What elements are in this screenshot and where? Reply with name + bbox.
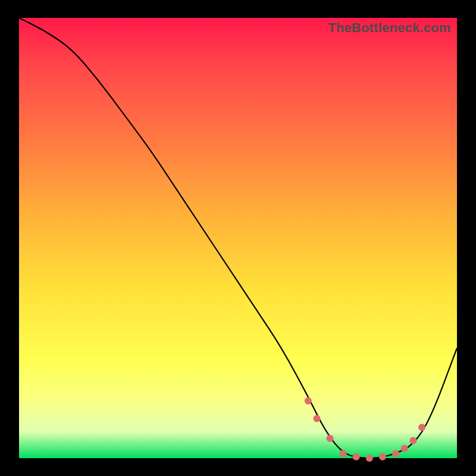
highlight-dot: [366, 455, 373, 462]
highlight-dot: [418, 424, 425, 431]
highlight-dot: [314, 415, 321, 422]
chart-svg: [19, 18, 457, 458]
highlight-dot: [379, 453, 386, 461]
highlight-dot: [327, 435, 334, 442]
highlight-dot: [340, 450, 347, 458]
bottleneck-curve-line: [19, 18, 457, 458]
highlight-dot: [392, 450, 399, 458]
highlight-dots-group: [305, 397, 425, 462]
highlight-dot: [401, 445, 408, 452]
chart-plot-area: TheBottleneck.com: [19, 18, 457, 458]
highlight-dot: [353, 453, 360, 461]
highlight-dot: [409, 437, 416, 444]
highlight-dot: [305, 397, 312, 405]
